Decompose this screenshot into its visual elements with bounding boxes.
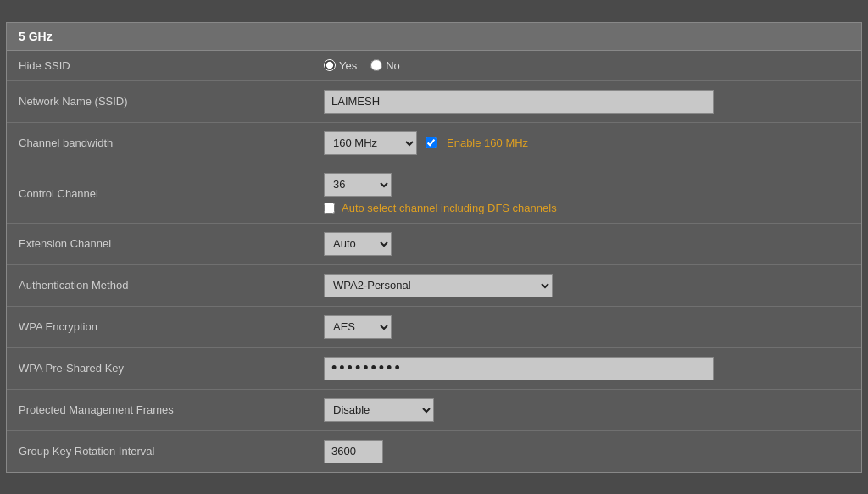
control-channel-label: Control Channel	[7, 164, 312, 223]
authentication-method-label: Authentication Method	[7, 264, 312, 306]
hide-ssid-no-option[interactable]: No	[370, 59, 400, 72]
enable-160-container: Enable 160 MHz	[426, 136, 528, 149]
wpa-preshared-key-row: WPA Pre-Shared Key	[7, 347, 861, 389]
wpa-encryption-label: WPA Encryption	[7, 306, 312, 347]
protected-management-frames-select[interactable]: Disable Enable Capable	[324, 398, 434, 422]
dfs-checkbox[interactable]	[324, 203, 335, 214]
network-name-label: Network Name (SSID)	[7, 80, 312, 122]
control-channel-cell: 36 40 44 48 52 Auto select channel inclu…	[324, 173, 849, 214]
group-key-rotation-interval-label: Group Key Rotation Interval	[7, 430, 312, 472]
channel-bandwidth-controls: 20 MHz 40 MHz 80 MHz 160 MHz Enable 160 …	[324, 131, 849, 155]
hide-ssid-radio-group: Yes No	[324, 59, 849, 72]
extension-channel-select[interactable]: Auto Above Below	[324, 232, 392, 256]
network-name-input[interactable]	[324, 90, 714, 114]
hide-ssid-yes-option[interactable]: Yes	[324, 59, 357, 72]
enable-160-label: Enable 160 MHz	[447, 136, 528, 149]
hide-ssid-yes-radio[interactable]	[324, 59, 336, 71]
control-channel-row: Control Channel 36 40 44 48 52 Auto sele…	[7, 164, 861, 223]
authentication-method-select[interactable]: Open System WPA-Personal WPA2-Personal W…	[324, 274, 553, 297]
authentication-method-row: Authentication Method Open System WPA-Pe…	[7, 264, 861, 306]
panel-title: 5 GHz	[7, 23, 861, 51]
group-key-rotation-interval-row: Group Key Rotation Interval	[7, 430, 861, 472]
protected-management-frames-row: Protected Management Frames Disable Enab…	[7, 389, 861, 430]
enable-160-checkbox[interactable]	[426, 137, 437, 148]
channel-bandwidth-label: Channel bandwidth	[7, 122, 312, 164]
wpa-encryption-row: WPA Encryption AES TKIP TKIP+AES	[7, 306, 861, 347]
wpa-preshared-key-label: WPA Pre-Shared Key	[7, 347, 312, 389]
wpa-encryption-select[interactable]: AES TKIP TKIP+AES	[324, 315, 392, 339]
settings-table: Hide SSID Yes No Network Name (SSID)	[7, 51, 861, 472]
channel-bandwidth-select[interactable]: 20 MHz 40 MHz 80 MHz 160 MHz	[324, 131, 417, 155]
wpa-preshared-key-input[interactable]	[324, 357, 714, 380]
hide-ssid-row: Hide SSID Yes No	[7, 51, 861, 81]
settings-panel: 5 GHz Hide SSID Yes No Network	[6, 22, 862, 473]
control-channel-select[interactable]: 36 40 44 48 52	[324, 173, 392, 197]
group-key-rotation-interval-input[interactable]	[324, 440, 383, 463]
channel-bandwidth-row: Channel bandwidth 20 MHz 40 MHz 80 MHz 1…	[7, 122, 861, 164]
network-name-row: Network Name (SSID)	[7, 80, 861, 122]
protected-management-frames-label: Protected Management Frames	[7, 389, 312, 430]
hide-ssid-yes-label: Yes	[339, 59, 357, 72]
dfs-checkbox-row: Auto select channel including DFS channe…	[324, 202, 849, 214]
extension-channel-row: Extension Channel Auto Above Below	[7, 223, 861, 264]
hide-ssid-no-radio[interactable]	[370, 59, 382, 71]
hide-ssid-no-label: No	[386, 59, 400, 72]
hide-ssid-label: Hide SSID	[7, 51, 312, 81]
dfs-label: Auto select channel including DFS channe…	[342, 202, 557, 214]
extension-channel-label: Extension Channel	[7, 223, 312, 264]
